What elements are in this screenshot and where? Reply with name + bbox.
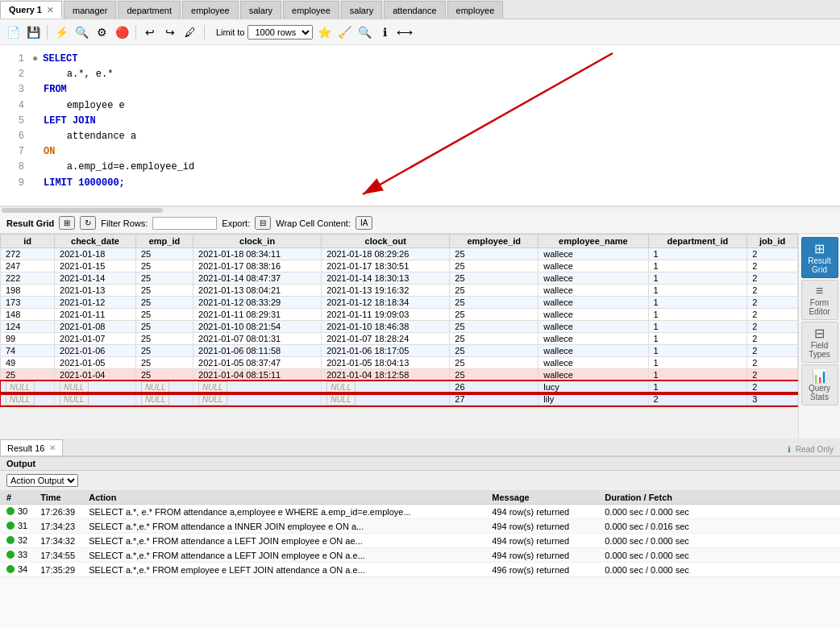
cell-department_id: 1 [648, 357, 747, 369]
cell-emp_id: 25 [135, 260, 193, 272]
cell-id: 49 [1, 357, 55, 369]
table-row[interactable]: NULLNULLNULLNULLNULL27lily23 [1, 393, 798, 405]
search-button[interactable]: 🔍 [356, 23, 373, 41]
tab-employee1[interactable]: employee [182, 1, 239, 19]
action-output-select[interactable]: Action Output [6, 474, 78, 487]
data-grid[interactable]: id check_date emp_id clock_in clock_out … [0, 234, 798, 439]
query-stats-panel-btn[interactable]: 📊 Query Stats [801, 364, 838, 405]
col-duration: Duration / Fetch [598, 491, 840, 505]
tab-salary2[interactable]: salary [341, 1, 382, 19]
grid-view-button[interactable]: ⊞ [59, 216, 75, 230]
tab-attendance[interactable]: attendance [384, 1, 445, 19]
refresh-button[interactable]: 🔴 [113, 23, 131, 41]
tab-department[interactable]: department [118, 1, 181, 19]
col-employee-name[interactable]: employee_name [539, 235, 648, 248]
query-stats-btn-label: Query Stats [804, 384, 836, 401]
tab-employee3[interactable]: employee [447, 1, 504, 19]
stats-icon: 📊 [804, 368, 836, 384]
cell-clock_out: 2021-01-18 08:29:26 [322, 248, 450, 260]
result-section: Result Grid ⊞ ↻ Filter Rows: Export: ⊟ W… [0, 213, 840, 439]
result-tab-close[interactable]: ✕ [49, 443, 56, 452]
explain-button[interactable]: ⚙ [93, 23, 110, 41]
table-row[interactable]: 2222021-01-14252021-01-14 08:47:372021-0… [1, 272, 798, 285]
output-cell-duration: 0.000 sec / 0.016 sec [598, 519, 840, 534]
stop-button[interactable]: 🔍 [73, 23, 90, 41]
cell-job_id: 2 [747, 272, 798, 285]
field-types-panel-btn[interactable]: ⊟ Field Types [801, 322, 838, 363]
result-grid-panel-btn[interactable]: ⊞ Result Grid [801, 237, 838, 278]
cell-id: 222 [1, 272, 55, 285]
sql-editor[interactable]: 1 ● SELECT 2 a.*, e.* 3 FROM 4 employee … [0, 45, 840, 206]
tab-employee2[interactable]: employee [283, 1, 339, 19]
close-icon[interactable]: ✕ [47, 6, 53, 15]
table-row[interactable]: 252021-01-04252021-01-04 08:15:112021-01… [1, 369, 798, 381]
cell-id: 99 [1, 333, 55, 345]
wrap-button[interactable]: IA [356, 216, 372, 230]
table-row[interactable]: 742021-01-06252021-01-06 08:11:582021-01… [1, 345, 798, 357]
output-cell-num: 31 [0, 519, 34, 534]
cell-department_id: 1 [648, 297, 747, 309]
info-button[interactable]: ℹ [376, 23, 393, 41]
cell-department_id: 1 [648, 285, 747, 297]
scrollbar-thumb[interactable] [2, 208, 163, 213]
table-row[interactable]: 992021-01-07252021-01-07 08:01:312021-01… [1, 333, 798, 345]
result-tab-label: Result 16 [7, 443, 44, 453]
cell-employee_id: 25 [450, 285, 539, 297]
form-editor-panel-btn[interactable]: ≡ Form Editor [801, 280, 838, 320]
output-cell-action: SELECT a.*,e.* FROM attendance a LEFT JO… [82, 534, 485, 548]
export-table-button[interactable]: ⊟ [255, 216, 271, 230]
output-cell-action: SELECT a.*,e.* FROM attendance a INNER J… [82, 519, 485, 534]
col-department-id[interactable]: department_id [648, 235, 747, 248]
table-row[interactable]: NULLNULLNULLNULLNULL26lucy12 [1, 381, 798, 393]
output-row: 3417:35:29SELECT a.*,e.* FROM employee e… [0, 563, 840, 577]
col-check-date[interactable]: check_date [55, 235, 136, 248]
cell-employee_name: wallece [539, 369, 648, 381]
refresh-result-button[interactable]: ↻ [80, 216, 96, 230]
limit-select[interactable]: 1000 rows 500 rows 2000 rows [247, 25, 313, 40]
output-cell-message: 496 row(s) returned [485, 563, 598, 577]
format-button[interactable]: 🖊 [181, 23, 199, 41]
output-cell-message: 494 row(s) returned [485, 548, 598, 563]
save-button[interactable]: 💾 [24, 23, 42, 41]
col-job-id[interactable]: job_id [747, 235, 798, 248]
separator [47, 25, 48, 40]
cell-emp_id: 25 [135, 309, 193, 321]
tab-manager[interactable]: manager [64, 1, 116, 19]
table-row[interactable]: 1482021-01-11252021-01-11 08:29:312021-0… [1, 309, 798, 321]
filter-input[interactable] [152, 217, 217, 230]
col-id[interactable]: id [1, 235, 55, 248]
output-table: # Time Action Message Duration / Fetch 3… [0, 491, 840, 577]
execute-button[interactable]: ⚡ [52, 23, 70, 41]
output-cell-duration: 0.000 sec / 0.000 sec [598, 534, 840, 548]
cell-department_id: 1 [648, 272, 747, 285]
redo-button[interactable]: ↪ [161, 23, 179, 41]
clear-button[interactable]: 🧹 [335, 23, 353, 41]
new-file-button[interactable]: 📄 [4, 23, 22, 41]
cell-employee_id: 25 [450, 297, 539, 309]
sql-scrollbar[interactable] [0, 206, 840, 213]
export-button[interactable]: ⟷ [396, 23, 414, 41]
col-clock-out[interactable]: clock_out [322, 235, 450, 248]
wrap-label: Wrap Cell Content: [276, 218, 351, 228]
table-row[interactable]: 1242021-01-08252021-01-10 08:21:542021-0… [1, 321, 798, 333]
col-emp-id[interactable]: emp_id [135, 235, 193, 248]
cell-clock_out: 2021-01-05 18:04:13 [322, 357, 450, 369]
undo-button[interactable]: ↩ [141, 23, 159, 41]
table-row[interactable]: 1982021-01-13252021-01-13 08:04:212021-0… [1, 285, 798, 297]
table-row[interactable]: 1732021-01-12252021-01-12 08:33:292021-0… [1, 297, 798, 309]
col-employee-id[interactable]: employee_id [450, 235, 539, 248]
cell-check_date: 2021-01-12 [55, 297, 136, 309]
cell-clock_in: 2021-01-06 08:11:58 [193, 345, 322, 357]
output-cell-message: 494 row(s) returned [485, 519, 598, 534]
table-row[interactable]: 2722021-01-18252021-01-18 08:34:112021-0… [1, 248, 798, 260]
table-row[interactable]: 2472021-01-15252021-01-17 08:38:162021-0… [1, 260, 798, 272]
table-row[interactable]: 492021-01-05252021-01-05 08:37:472021-01… [1, 357, 798, 369]
cell-emp_id: 25 [135, 297, 193, 309]
star-button[interactable]: ⭐ [315, 23, 333, 41]
result-tab-16[interactable]: Result 16 ✕ [0, 439, 63, 455]
cell-employee_id: 25 [450, 321, 539, 333]
tab-query1[interactable]: Query 1 ✕ [0, 1, 62, 19]
col-clock-in[interactable]: clock_in [193, 235, 322, 248]
tab-salary1[interactable]: salary [240, 1, 281, 19]
cell-id: 25 [1, 369, 55, 381]
